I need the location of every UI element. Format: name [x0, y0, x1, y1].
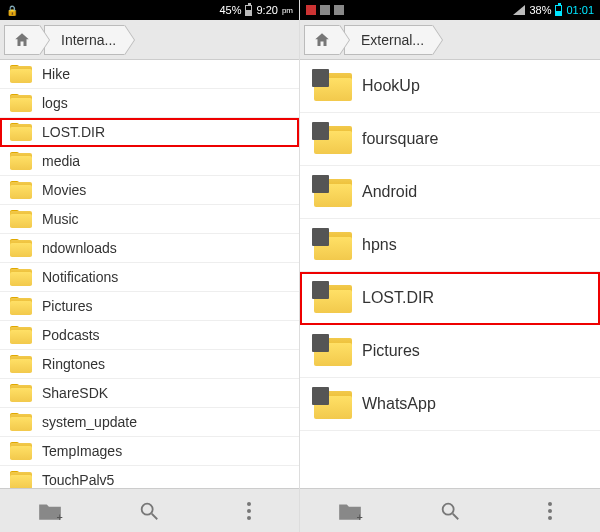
folder-label: Movies — [42, 182, 86, 198]
folder-row[interactable]: Podcasts — [0, 321, 299, 350]
folder-row[interactable]: WhatsApp — [300, 378, 600, 431]
new-folder-button[interactable]: + — [330, 491, 370, 531]
folder-icon — [10, 442, 32, 460]
folder-icon — [10, 239, 32, 257]
svg-point-1 — [142, 503, 153, 514]
folder-label: TouchPalv5 — [42, 472, 114, 488]
folder-row[interactable]: Android — [300, 166, 600, 219]
folder-icon — [10, 326, 32, 344]
screen-internal: 🔒 45% 9:20 pm Interna... Hike log — [0, 0, 300, 532]
home-icon — [313, 31, 331, 49]
sd-badge-icon — [312, 228, 329, 246]
sd-badge-icon — [312, 122, 329, 140]
bottom-toolbar: + — [300, 488, 600, 532]
folder-row[interactable]: ndownloads — [0, 234, 299, 263]
folder-row[interactable]: foursquare — [300, 113, 600, 166]
folder-row[interactable]: Pictures — [300, 325, 600, 378]
sd-badge-icon — [312, 281, 329, 299]
folder-row[interactable]: system_update — [0, 408, 299, 437]
folder-label: Music — [42, 211, 79, 227]
folder-row[interactable]: LOST.DIR — [0, 118, 299, 147]
clock-time: 01:01 — [566, 4, 594, 16]
folder-icon — [10, 152, 32, 170]
clock-time: 9:20 — [256, 4, 277, 16]
folder-row[interactable]: Pictures — [0, 292, 299, 321]
folder-icon — [10, 268, 32, 286]
folder-row[interactable]: logs — [0, 89, 299, 118]
new-folder-icon: + — [337, 500, 363, 522]
breadcrumb-home[interactable] — [4, 25, 40, 55]
folder-row[interactable]: TempImages — [0, 437, 299, 466]
folder-row[interactable]: Movies — [0, 176, 299, 205]
folder-icon — [10, 181, 32, 199]
notification-icon — [320, 5, 330, 15]
battery-icon — [245, 5, 252, 16]
folder-label: Notifications — [42, 269, 118, 285]
folder-label: Pictures — [42, 298, 93, 314]
search-icon — [138, 500, 160, 522]
breadcrumb-current[interactable]: Interna... — [44, 25, 125, 55]
folder-label: system_update — [42, 414, 137, 430]
notification-icon — [306, 5, 316, 15]
folder-icon — [10, 384, 32, 402]
breadcrumb-bar: Interna... — [0, 20, 299, 60]
folder-row[interactable]: Ringtones — [0, 350, 299, 379]
clock-ampm: pm — [282, 6, 293, 15]
folder-icon — [10, 471, 32, 488]
folder-label: Podcasts — [42, 327, 100, 343]
new-folder-button[interactable]: + — [30, 491, 70, 531]
folder-icon — [314, 283, 352, 313]
folder-row[interactable]: TouchPalv5 — [0, 466, 299, 488]
battery-percent: 38% — [529, 4, 551, 16]
folder-icon — [10, 65, 32, 83]
folder-icon — [314, 71, 352, 101]
folder-row[interactable]: Notifications — [0, 263, 299, 292]
svg-line-5 — [453, 513, 459, 519]
folder-label: LOST.DIR — [362, 289, 434, 307]
notification-icon — [334, 5, 344, 15]
sd-badge-icon — [312, 334, 329, 352]
folder-icon — [314, 389, 352, 419]
folder-row[interactable]: HookUp — [300, 60, 600, 113]
folder-label: TempImages — [42, 443, 122, 459]
battery-percent: 45% — [219, 4, 241, 16]
battery-icon — [555, 5, 562, 16]
folder-label: LOST.DIR — [42, 124, 105, 140]
folder-label: foursquare — [362, 130, 439, 148]
search-button[interactable] — [430, 491, 470, 531]
breadcrumb-home[interactable] — [304, 25, 340, 55]
folder-icon — [314, 124, 352, 154]
sd-badge-icon — [312, 387, 329, 405]
folder-label: Android — [362, 183, 417, 201]
overflow-menu-button[interactable] — [530, 491, 570, 531]
overflow-menu-button[interactable] — [229, 491, 269, 531]
sd-badge-icon — [312, 175, 329, 193]
folder-label: ndownloads — [42, 240, 117, 256]
folder-row[interactable]: ShareSDK — [0, 379, 299, 408]
home-icon — [13, 31, 31, 49]
new-folder-icon: + — [37, 500, 63, 522]
folder-label: WhatsApp — [362, 395, 436, 413]
folder-row[interactable]: hpns — [300, 219, 600, 272]
folder-icon — [10, 210, 32, 228]
folder-label: Pictures — [362, 342, 420, 360]
folder-list-internal: Hike logs LOST.DIR media Movies — [0, 60, 299, 488]
folder-label: Ringtones — [42, 356, 105, 372]
breadcrumb-bar: External... — [300, 20, 600, 60]
signal-icon — [513, 5, 525, 15]
more-icon — [247, 502, 251, 520]
more-icon — [548, 502, 552, 520]
search-button[interactable] — [129, 491, 169, 531]
folder-row[interactable]: Music — [0, 205, 299, 234]
folder-icon — [10, 355, 32, 373]
lock-icon: 🔒 — [6, 5, 18, 16]
svg-text:+: + — [357, 510, 363, 521]
folder-row[interactable]: LOST.DIR — [300, 272, 600, 325]
svg-text:+: + — [56, 510, 62, 521]
breadcrumb-current[interactable]: External... — [344, 25, 433, 55]
folder-row[interactable]: Hike — [0, 60, 299, 89]
bottom-toolbar: + — [0, 488, 299, 532]
breadcrumb-label: Interna... — [61, 32, 116, 48]
folder-icon — [314, 336, 352, 366]
folder-row[interactable]: media — [0, 147, 299, 176]
